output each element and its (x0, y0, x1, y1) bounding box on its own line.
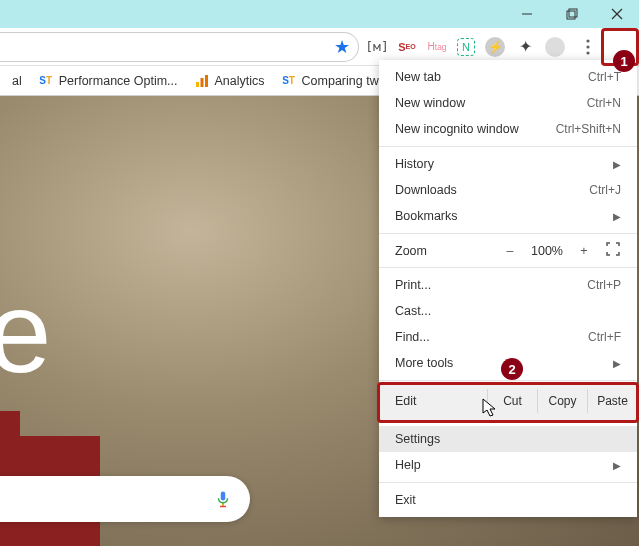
menu-bookmarks[interactable]: Bookmarks▶ (379, 203, 637, 229)
kebab-icon (586, 39, 590, 55)
annotation-number-2: 2 (501, 358, 523, 380)
extension-icon-bolt[interactable]: ⚡ (485, 37, 505, 57)
menu-separator (379, 482, 637, 483)
svg-rect-8 (196, 82, 199, 87)
fullscreen-button[interactable] (599, 242, 627, 259)
menu-edit-row: Edit Cut Copy Paste (379, 385, 637, 417)
svg-rect-9 (200, 78, 203, 87)
svg-rect-11 (222, 504, 224, 506)
submenu-arrow-icon: ▶ (613, 358, 621, 369)
svg-point-6 (586, 45, 589, 48)
menu-button[interactable] (573, 32, 603, 62)
bookmark-item[interactable]: Analytics (188, 70, 271, 92)
cursor-icon (482, 398, 500, 420)
menu-new-tab[interactable]: New tabCtrl+T (379, 64, 637, 90)
menu-separator (379, 267, 637, 268)
annotation-number-1: 1 (613, 50, 635, 72)
menu-help[interactable]: Help▶ (379, 452, 637, 478)
profile-avatar-icon[interactable] (545, 37, 565, 57)
menu-separator (379, 380, 637, 381)
zoom-out-button[interactable]: – (495, 244, 525, 258)
submenu-arrow-icon: ▶ (613, 211, 621, 222)
extension-icon-htag[interactable]: Htag (427, 37, 447, 57)
extension-icon-m[interactable]: [м] (367, 37, 387, 57)
zoom-label: Zoom (395, 244, 495, 258)
menu-history[interactable]: History▶ (379, 151, 637, 177)
menu-settings[interactable]: Settings (379, 426, 637, 452)
analytics-icon (194, 73, 210, 89)
menu-downloads[interactable]: DownloadsCtrl+J (379, 177, 637, 203)
minimize-button[interactable] (504, 0, 549, 28)
bookmark-item[interactable]: Comparing two (275, 70, 392, 92)
maximize-button[interactable] (549, 0, 594, 28)
st-icon (281, 73, 297, 89)
svg-rect-2 (569, 9, 577, 17)
extensions-icon[interactable]: ✦ (515, 37, 535, 57)
menu-new-window[interactable]: New windowCtrl+N (379, 90, 637, 116)
zoom-in-button[interactable]: + (569, 244, 599, 258)
st-icon (38, 73, 54, 89)
menu-print[interactable]: Print...Ctrl+P (379, 272, 637, 298)
menu-new-incognito[interactable]: New incognito windowCtrl+Shift+N (379, 116, 637, 142)
menu-separator (379, 146, 637, 147)
menu-find[interactable]: Find...Ctrl+F (379, 324, 637, 350)
window-controls (0, 0, 639, 28)
chrome-menu: New tabCtrl+T New windowCtrl+N New incog… (379, 60, 637, 517)
google-logo: gle (0, 266, 45, 398)
menu-separator (379, 421, 637, 422)
svg-point-7 (586, 51, 589, 54)
google-search-box[interactable] (0, 476, 250, 522)
extension-icon-seo[interactable]: SEO (397, 37, 417, 57)
bookmark-star-icon[interactable]: ★ (334, 36, 350, 58)
submenu-arrow-icon: ▶ (613, 460, 621, 471)
svg-rect-12 (220, 506, 226, 508)
address-bar[interactable]: ★ (0, 32, 359, 62)
extension-icon-n[interactable]: N (457, 38, 475, 56)
bookmark-item[interactable]: Performance Optim... (32, 70, 184, 92)
svg-rect-10 (205, 75, 208, 87)
menu-cast[interactable]: Cast... (379, 298, 637, 324)
submenu-arrow-icon: ▶ (613, 159, 621, 170)
extension-icons: [м] SEO Htag N ⚡ ✦ (359, 37, 573, 57)
voice-search-icon[interactable] (214, 487, 232, 511)
menu-zoom: Zoom – 100% + (379, 238, 637, 263)
paste-button[interactable]: Paste (587, 389, 637, 413)
copy-button[interactable]: Copy (537, 389, 587, 413)
svg-rect-1 (567, 11, 575, 19)
menu-exit[interactable]: Exit (379, 487, 637, 513)
bookmark-item[interactable]: al (6, 71, 28, 91)
close-button[interactable] (594, 0, 639, 28)
menu-separator (379, 233, 637, 234)
zoom-value: 100% (525, 244, 569, 258)
edit-label: Edit (395, 394, 487, 408)
svg-point-5 (586, 39, 589, 42)
